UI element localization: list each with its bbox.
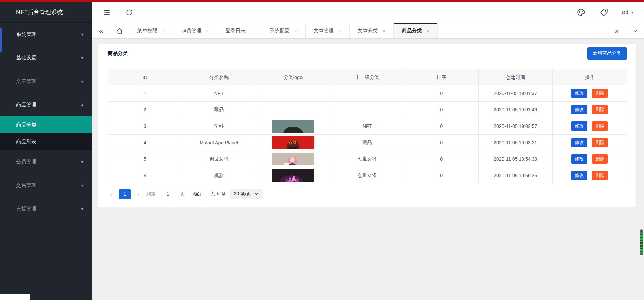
page-size-select[interactable]: 20 条/页 [230,189,263,199]
cell-sort: 0 [404,85,479,102]
cell-id: 4 [108,135,182,151]
goto-prefix-label: 到第 [146,191,156,197]
table-row: 6 机器 创世女将 0 2020-11-05 19:56:35 修改 删除 [108,167,627,184]
column-header: 上一级分类 [330,69,404,85]
tabs-scroll-left-button[interactable]: « [92,23,110,38]
prev-page-button[interactable]: ‹ [108,190,115,198]
sidebar-item-系统管理[interactable]: 系统管理 ▼ [0,22,92,46]
cell-id: 2 [108,102,182,118]
edit-button[interactable]: 修改 [571,154,587,164]
delete-button[interactable]: 删除 [592,171,608,180]
category-logo-image [272,136,314,149]
cell-parent [330,102,404,118]
tab-菜单权限[interactable]: 菜单权限 × [129,23,173,38]
total-count-label: 共 6 条 [211,191,226,197]
collapse-sidebar-icon[interactable] [102,8,111,17]
close-icon[interactable]: × [294,28,297,34]
tabs-scroll-right-button[interactable]: » [608,23,626,38]
cell-sort: 0 [404,118,479,135]
sidebar-item-label: 充提管理 [16,206,81,212]
chevron-icon: ▲ [80,103,84,107]
column-header: 操作 [553,69,627,85]
theme-palette-icon[interactable] [576,8,586,17]
sidebar-subitem-商品列表[interactable]: 商品列表 [0,133,92,150]
page-1-button[interactable]: 1 [119,189,131,199]
sidebar-item-文章管理[interactable]: 文章管理 ▼ [0,69,92,93]
refresh-icon[interactable] [125,8,134,17]
page-size-value: 20 条/页 [234,191,251,197]
close-icon[interactable]: × [206,28,209,34]
close-icon[interactable]: × [338,28,341,34]
tab-label: 职员管理 [181,28,201,34]
sidebar-item-label: 基础设置 [16,55,81,61]
tabs-menu-button[interactable] [626,23,644,38]
cell-actions: 修改 删除 [553,151,627,167]
cell-created: 2020-11-05 19:54:33 [478,151,553,167]
tag-icon[interactable] [599,8,609,17]
page-scrollbar-thumb[interactable] [640,229,643,255]
home-tab[interactable] [110,23,129,38]
table-row: 3 学科 NFT 0 2020-11-05 19:02:57 修改 删除 [108,118,627,135]
chevron-icon: ▼ [80,56,84,60]
user-caret-icon: ▼ [631,11,634,14]
delete-button[interactable]: 删除 [592,154,608,164]
edit-button[interactable]: 修改 [571,121,587,131]
sidebar-item-label: 会员管理 [16,159,81,165]
cell-name: 学科 [182,118,256,135]
delete-button[interactable]: 删除 [592,89,608,98]
sidebar-item-会员管理[interactable]: 会员管理 ▼ [0,150,92,173]
cell-sort: 0 [404,135,479,151]
tab-label: 菜单权限 [137,28,157,34]
close-icon[interactable]: × [250,28,253,34]
goto-page-input[interactable] [160,189,176,199]
cell-logo [256,102,330,118]
cell-parent: NFT [330,118,404,135]
sidebar-item-交易管理[interactable]: 交易管理 ▼ [0,173,92,197]
close-icon[interactable]: × [427,28,429,34]
tab-系统配置[interactable]: 系统配置 × [261,23,306,38]
tab-文章管理[interactable]: 文章管理 × [306,23,350,38]
cell-name: 创世女将 [182,151,256,167]
edit-button[interactable]: 修改 [571,105,587,114]
close-icon[interactable]: × [383,28,385,34]
chevron-down-icon [254,192,258,196]
add-category-button[interactable]: 新增商品分类 [587,47,627,60]
cell-parent [330,85,404,102]
next-page-button[interactable]: › [135,190,142,198]
delete-button[interactable]: 删除 [592,138,608,147]
column-header: ID [108,69,182,85]
column-header: 分类logo [256,69,330,85]
user-menu[interactable]: ad ▼ [622,9,634,15]
tab-登录日志[interactable]: 登录日志 × [217,23,261,38]
table-row: 4 Mutant Ape Planet 藏品 0 2020-11-05 19:0… [108,135,627,151]
tab-职员管理[interactable]: 职员管理 × [173,23,217,38]
goto-confirm-button[interactable]: 确定 [189,189,207,199]
edit-button[interactable]: 修改 [571,171,587,180]
tab-label: 系统配置 [270,28,290,34]
tab-文章分类[interactable]: 文章分类 × [350,23,394,38]
cell-id: 5 [108,151,182,167]
sidebar-subitem-商品分类[interactable]: 商品分类 [0,116,92,133]
sidebar-item-商品管理[interactable]: 商品管理 ▲ [0,93,92,116]
edit-button[interactable]: 修改 [571,138,587,147]
edit-button[interactable]: 修改 [571,89,587,98]
cell-parent: 创世女将 [330,151,404,167]
sidebar-item-label: 文章管理 [16,78,81,85]
sidebar-menu: 系统管理 ▼ 基础设置 ▼ 文章管理 ▼ 商品管理 ▲ 商品分类商品列表 会员管… [0,22,92,220]
column-header: 排序 [404,69,479,85]
cell-id: 1 [108,85,182,102]
cell-actions: 修改 删除 [553,135,627,151]
sidebar-item-基础设置[interactable]: 基础设置 ▼ [0,46,92,69]
tab-商品分类[interactable]: 商品分类 × [394,23,438,38]
top-toolbar: ad ▼ [92,2,644,23]
home-icon [116,27,123,35]
delete-button[interactable]: 删除 [592,105,608,114]
sidebar-item-充提管理[interactable]: 充提管理 ▼ [0,197,92,220]
category-logo-image [272,153,314,165]
column-header: 分类名称 [182,69,256,85]
delete-button[interactable]: 删除 [592,121,608,131]
tab-label: 商品分类 [402,28,422,34]
close-icon[interactable]: × [162,28,165,34]
cell-created: 2020-11-05 19:01:37 [478,85,553,102]
pagination: ‹ 1 › 到第 页 确定 共 6 条 20 条/页 [108,189,627,199]
